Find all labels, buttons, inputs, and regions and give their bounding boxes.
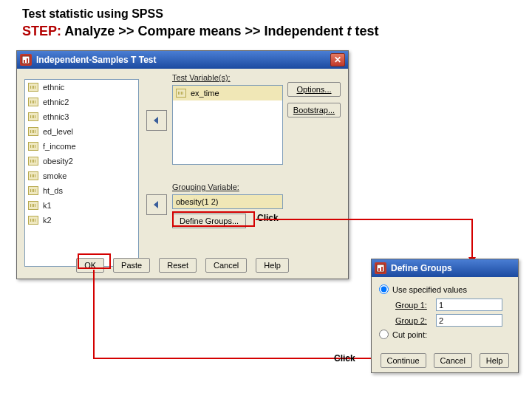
list-item[interactable]: ex_time	[173, 86, 282, 100]
move-to-grouping-variable-button[interactable]	[146, 194, 167, 215]
scale-icon	[28, 112, 38, 121]
svg-rect-4	[378, 268, 380, 271]
dialog-titlebar: Define Groups	[372, 259, 518, 277]
scale-icon	[28, 157, 38, 166]
cancel-button[interactable]: Cancel	[205, 258, 247, 273]
group1-input[interactable]	[436, 299, 502, 311]
app-icon	[20, 54, 32, 66]
list-item[interactable]: obesity2	[25, 154, 138, 168]
var-label: obesity2	[43, 157, 73, 166]
svg-rect-0	[22, 56, 30, 64]
step-prefix: STEP:	[22, 24, 64, 38]
var-label: ex_time	[191, 89, 219, 98]
cut-point-radio[interactable]: Cut point:	[379, 330, 511, 339]
options-button[interactable]: Options...	[287, 82, 341, 97]
arrow-left-icon	[151, 200, 162, 210]
app-icon	[375, 262, 386, 274]
paste-button[interactable]: Paste	[113, 258, 150, 273]
annotation-click-label: Click	[257, 213, 279, 223]
grouping-variable-value: obesity(1 2)	[176, 197, 218, 206]
list-item[interactable]: f_income	[25, 139, 138, 154]
slide-step: STEP: Analyze >> Compare means >> Indepe…	[22, 24, 379, 39]
slide-title: Test statistic using SPSS	[22, 7, 163, 21]
scale-icon	[28, 186, 38, 195]
grouping-variable-field[interactable]: obesity(1 2)	[172, 194, 283, 209]
var-label: k1	[43, 201, 52, 210]
list-item[interactable]: ethnic2	[25, 95, 138, 109]
help-button[interactable]: Help	[256, 258, 289, 273]
scale-icon	[28, 83, 38, 92]
use-specified-values-radio[interactable]: Use specified values	[379, 284, 511, 294]
group1-label: Group 1:	[395, 301, 436, 310]
step-text: Analyze >> Compare means >> Independent	[64, 24, 347, 38]
list-item[interactable]: smoke	[25, 168, 138, 183]
list-item[interactable]: ethnic3	[25, 109, 138, 124]
var-label: ht_ds	[43, 186, 63, 195]
list-item[interactable]: ed_level	[25, 124, 138, 139]
define-groups-dialog: Define Groups Use specified values Group…	[371, 259, 519, 373]
svg-rect-2	[27, 58, 28, 63]
svg-rect-1	[24, 60, 25, 63]
arrow-left-icon	[151, 115, 162, 126]
dialog-titlebar: Independent-Samples T Test ✕	[17, 51, 348, 69]
scale-icon	[28, 216, 38, 225]
cancel-button[interactable]: Cancel	[434, 353, 472, 368]
radio-label: Use specified values	[392, 285, 467, 294]
svg-rect-3	[377, 265, 384, 272]
scale-icon	[176, 89, 186, 98]
radio-input[interactable]	[379, 284, 389, 294]
scale-icon	[28, 171, 38, 180]
var-label: ethnic2	[43, 98, 69, 106]
radio-label: Cut point:	[392, 330, 427, 339]
annotation-click-label: Click	[334, 353, 355, 364]
list-item[interactable]: ht_ds	[25, 183, 138, 198]
dialog-title: Define Groups	[391, 263, 452, 273]
scale-icon	[28, 142, 38, 151]
ok-button[interactable]: OK	[76, 258, 104, 273]
var-label: k2	[43, 216, 52, 225]
close-icon[interactable]: ✕	[330, 53, 345, 66]
step-tail: test	[351, 24, 378, 38]
reset-button[interactable]: Reset	[159, 258, 197, 273]
grouping-variable-label: Grouping Variable:	[172, 183, 239, 191]
move-to-test-variables-button[interactable]	[146, 110, 167, 131]
continue-button[interactable]: Continue	[381, 353, 426, 368]
list-item[interactable]: k2	[25, 213, 138, 228]
group2-label: Group 2:	[395, 316, 436, 325]
var-label: ed_level	[43, 127, 73, 136]
bootstrap-button[interactable]: Bootstrap...	[287, 103, 341, 117]
annotation-arrow	[93, 270, 95, 358]
help-button[interactable]: Help	[480, 353, 510, 368]
svg-rect-5	[381, 267, 383, 271]
define-groups-button[interactable]: Define Groups...	[172, 214, 246, 228]
annotation-arrow	[256, 219, 473, 220]
scale-icon	[28, 127, 38, 136]
source-variable-list[interactable]: ethnic ethnic2 ethnic3 ed_level f_income…	[24, 79, 139, 267]
annotation-arrow	[471, 219, 473, 258]
independent-samples-ttest-dialog: Independent-Samples T Test ✕ ethnic ethn…	[16, 50, 349, 279]
list-item[interactable]: k1	[25, 198, 138, 213]
group2-input[interactable]	[436, 314, 502, 327]
test-variables-label: Test Variable(s):	[172, 73, 231, 82]
list-item[interactable]: ethnic	[25, 80, 138, 95]
var-label: f_income	[43, 142, 76, 151]
scale-icon	[28, 201, 38, 210]
var-label: ethnic3	[43, 112, 69, 121]
var-label: ethnic	[43, 83, 64, 92]
var-label: smoke	[43, 171, 66, 180]
radio-input[interactable]	[379, 330, 389, 339]
scale-icon	[28, 98, 38, 106]
dialog-title: Independent-Samples T Test	[36, 55, 156, 65]
test-variables-list[interactable]: ex_time	[172, 85, 283, 165]
